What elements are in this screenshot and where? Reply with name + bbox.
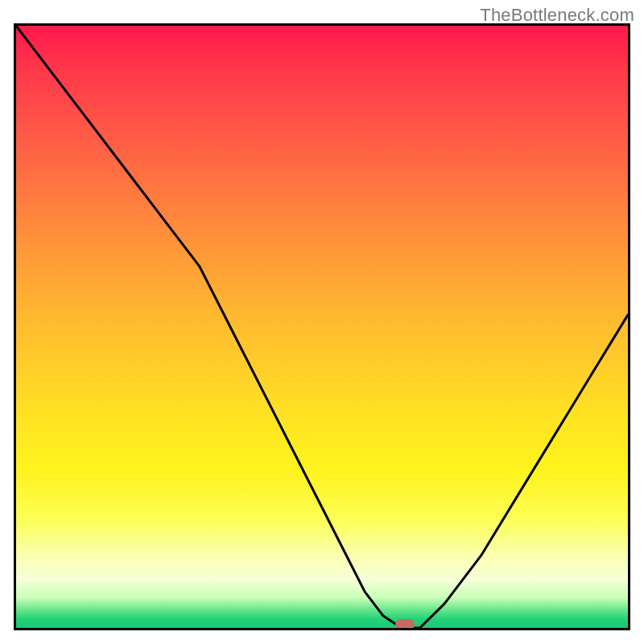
chart-container: TheBottleneck.com bbox=[0, 0, 644, 644]
bottleneck-curve bbox=[16, 26, 628, 628]
optimum-marker bbox=[395, 619, 415, 630]
plot-frame bbox=[14, 23, 630, 630]
curve-layer bbox=[16, 26, 628, 628]
watermark-text: TheBottleneck.com bbox=[480, 5, 634, 26]
